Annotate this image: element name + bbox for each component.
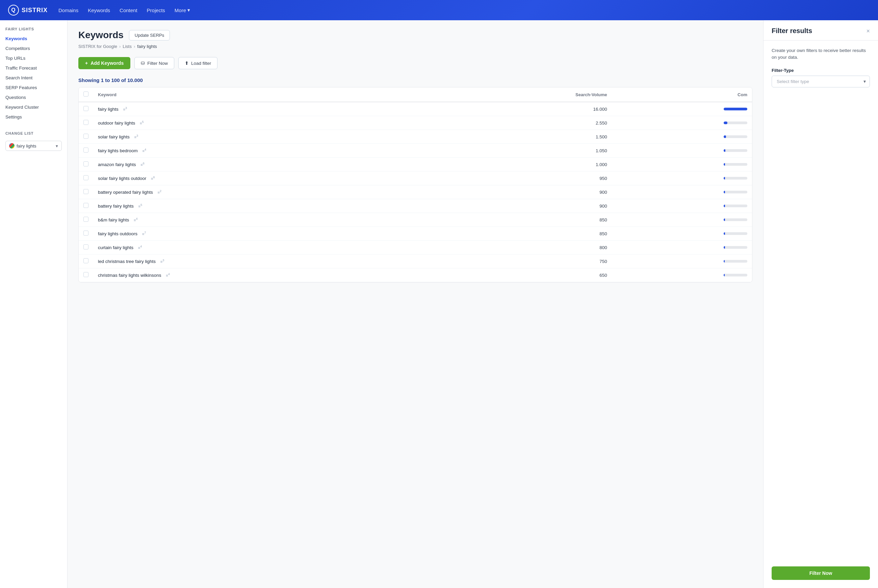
bar-wrap <box>617 163 747 166</box>
table-row: b&m fairy lights ≡4 850 <box>79 213 752 227</box>
bar-container <box>724 246 747 249</box>
row-checkbox-cell <box>79 268 93 282</box>
close-panel-button[interactable]: × <box>866 28 870 34</box>
breadcrumb-sistrix[interactable]: SISTRIX for Google <box>78 44 117 49</box>
row-checkbox-cell <box>79 171 93 185</box>
competition-cell <box>612 102 752 116</box>
filter-now-button[interactable]: ⛁ Filter Now <box>134 57 174 69</box>
table-row: curtain fairy lights ≡4 800 <box>79 241 752 255</box>
load-filter-button[interactable]: ⬆ Load filter <box>178 57 218 69</box>
bar-fill <box>724 232 725 235</box>
sidebar-item-keywords[interactable]: Keywords <box>0 34 67 44</box>
bar-fill <box>724 246 725 249</box>
row-checkbox[interactable] <box>83 203 89 208</box>
serp-icon: ≡2 <box>158 189 161 194</box>
table-row: outdoor fairy lights ≡5 2.550 <box>79 116 752 130</box>
bar-container <box>724 163 747 166</box>
sidebar-item-serp-features[interactable]: SERP Features <box>0 83 67 93</box>
filter-now-panel-button[interactable]: Filter Now <box>771 566 870 580</box>
row-checkbox[interactable] <box>83 175 89 180</box>
sidebar-item-competitors[interactable]: Competitors <box>0 44 67 53</box>
keyword-cell: outdoor fairy lights ≡5 <box>93 116 438 130</box>
competition-cell <box>612 116 752 130</box>
sidebar-item-settings[interactable]: Settings <box>0 112 67 122</box>
keyword-cell: battery fairy lights ≡5 <box>93 199 438 213</box>
competition-cell <box>612 199 752 213</box>
row-checkbox[interactable] <box>83 231 89 236</box>
sidebar-item-traffic-forecast[interactable]: Traffic Forecast <box>0 63 67 73</box>
row-checkbox[interactable] <box>83 272 89 277</box>
table-row: fairy lights outdoors ≡7 850 <box>79 227 752 241</box>
row-checkbox-cell <box>79 116 93 130</box>
nav-projects[interactable]: Projects <box>147 8 165 13</box>
bar-container <box>724 135 747 138</box>
col-keyword: Keyword <box>93 87 438 102</box>
nav-content[interactable]: Content <box>120 8 137 13</box>
serp-icon: ≡4 <box>166 272 170 278</box>
table-row: christmas fairy lights wilkinsons ≡4 650 <box>79 268 752 282</box>
bar-fill <box>724 177 725 180</box>
bar-fill <box>724 274 725 276</box>
search-volume-cell: 850 <box>438 227 612 241</box>
bar-fill <box>724 108 747 110</box>
row-checkbox[interactable] <box>83 147 89 153</box>
change-list-select[interactable]: fairy lights ▾ <box>5 141 62 151</box>
serp-icon: ≡5 <box>140 120 144 125</box>
sidebar-item-search-intent[interactable]: Search Intent <box>0 73 67 83</box>
row-checkbox[interactable] <box>83 244 89 249</box>
keyword-text: solar fairy lights <box>98 134 130 140</box>
sidebar-change-list-label: CHANGE LIST <box>0 129 67 138</box>
row-checkbox-cell <box>79 227 93 241</box>
right-panel-footer: Filter Now <box>764 561 878 588</box>
add-keywords-button[interactable]: + Add Keywords <box>78 57 131 69</box>
keyword-text: fairy lights <box>98 106 119 112</box>
keyword-cell: fairy lights bedroom ≡4 <box>93 144 438 158</box>
select-all-checkbox[interactable] <box>83 92 89 96</box>
right-panel-body: Create your own filters to receive bette… <box>764 40 878 561</box>
nav-keywords[interactable]: Keywords <box>88 8 110 13</box>
competition-cell <box>612 213 752 227</box>
bar-fill <box>724 218 725 221</box>
row-checkbox-cell <box>79 241 93 255</box>
search-volume-cell: 900 <box>438 199 612 213</box>
filter-type-select-wrap: Select filter type Search Volume Competi… <box>771 76 870 87</box>
row-checkbox[interactable] <box>83 106 89 111</box>
breadcrumb-sep-1: › <box>119 44 120 49</box>
keyword-text: battery fairy lights <box>98 204 134 208</box>
sidebar-item-top-urls[interactable]: Top URLs <box>0 53 67 63</box>
breadcrumb-lists[interactable]: Lists <box>123 44 132 49</box>
search-volume-cell: 1.500 <box>438 130 612 144</box>
keyword-cell: b&m fairy lights ≡4 <box>93 213 438 227</box>
row-checkbox[interactable] <box>83 120 89 125</box>
keyword-text: fairy lights bedroom <box>98 148 138 153</box>
nav-domains[interactable]: Domains <box>59 8 78 13</box>
search-volume-cell: 1.050 <box>438 144 612 158</box>
table-row: fairy lights ≡3 16.000 <box>79 102 752 116</box>
toolbar: + Add Keywords ⛁ Filter Now ⬆ Load filte… <box>78 57 752 69</box>
row-checkbox[interactable] <box>83 258 89 263</box>
serp-icon: ≡4 <box>134 217 137 222</box>
serp-icon: ≡6 <box>151 176 155 181</box>
row-checkbox[interactable] <box>83 189 89 194</box>
table-header-row: Keyword Search-Volume Com <box>79 87 752 102</box>
keywords-table: Keyword Search-Volume Com fairy lights ≡… <box>79 87 752 282</box>
bar-fill <box>724 122 727 124</box>
keyword-cell: amazon fairy lights ≡6 <box>93 158 438 171</box>
keyword-text: amazon fairy lights <box>98 162 136 167</box>
keyword-text: curtain fairy lights <box>98 245 134 250</box>
sidebar-item-questions[interactable]: Questions <box>0 93 67 102</box>
serp-icon: ≡5 <box>138 203 142 208</box>
row-checkbox[interactable] <box>83 134 89 139</box>
row-checkbox[interactable] <box>83 161 89 166</box>
nav-more[interactable]: More ▾ <box>174 7 190 13</box>
chevron-down-icon: ▾ <box>188 7 190 13</box>
table-row: led christmas tree fairy lights ≡3 750 <box>79 255 752 268</box>
row-checkbox[interactable] <box>83 217 89 222</box>
bar-fill <box>724 260 725 262</box>
serp-icon: ≡4 <box>138 245 142 250</box>
sidebar-item-keyword-cluster[interactable]: Keyword Cluster <box>0 102 67 112</box>
keyword-text: christmas fairy lights wilkinsons <box>98 273 161 278</box>
filter-type-select[interactable]: Select filter type Search Volume Competi… <box>771 76 870 87</box>
update-serps-button[interactable]: Update SERPs <box>129 30 170 40</box>
breadcrumb: SISTRIX for Google › Lists › fairy light… <box>78 44 752 49</box>
